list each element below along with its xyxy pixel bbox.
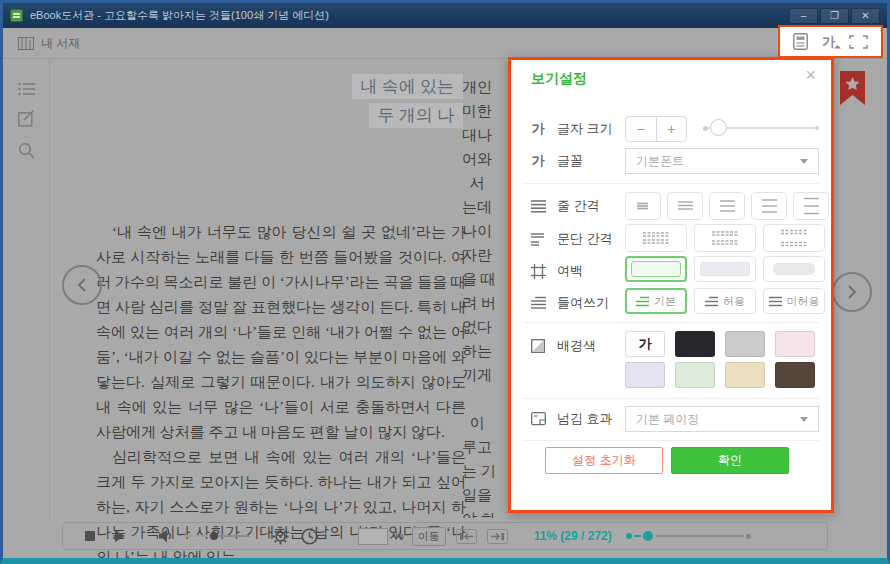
- top-toolbar: 내 서재: [3, 28, 887, 59]
- divider: [523, 440, 819, 441]
- bg-color-swatch-7[interactable]: [725, 362, 765, 388]
- margin-option-1-selected[interactable]: [625, 256, 687, 282]
- margin-row-label: 여백: [529, 262, 583, 280]
- right-column-line: [462, 387, 508, 411]
- app-window: eBook도서관 - 고요할수록 밝아지는 것들(100쇄 기념 에디션) – …: [0, 0, 890, 564]
- chevron-down-icon: [800, 417, 808, 422]
- indent-disallow-icon: [769, 296, 782, 307]
- bg-color-swatch-8[interactable]: [775, 362, 815, 388]
- line-spacing-option-1[interactable]: [625, 192, 661, 220]
- bg-color-swatch-3[interactable]: [725, 331, 765, 357]
- tts-settings-gear-icon[interactable]: [272, 528, 289, 545]
- line-spacing-option-5[interactable]: [793, 192, 829, 220]
- bg-color-swatch-5[interactable]: [625, 362, 665, 388]
- right-column-line: 루고: [462, 435, 508, 459]
- indent-option-allow[interactable]: 허용: [694, 288, 756, 314]
- line-spacing-option-4[interactable]: [751, 192, 787, 220]
- line-spacing-option-3[interactable]: [709, 192, 745, 220]
- reset-settings-button[interactable]: 설정 초기화: [545, 447, 663, 474]
- right-column-line: 려 버: [462, 291, 508, 315]
- line-spacing-2-icon: [678, 198, 693, 214]
- close-button[interactable]: ✕: [851, 8, 880, 24]
- volume-knob[interactable]: [210, 532, 218, 540]
- paragraph-spacing-option-3[interactable]: [763, 224, 825, 252]
- line-spacing-option-2[interactable]: [667, 192, 703, 220]
- search-icon[interactable]: [18, 142, 35, 159]
- page-body-text: ‘내 속엔 내가 너무도 많아 당신의 쉴 곳 없네’라는 가사로 시작하는 노…: [96, 220, 466, 564]
- progress-track[interactable]: [656, 535, 744, 537]
- minimize-button[interactable]: –: [789, 8, 818, 24]
- font-size-slider-knob[interactable]: [710, 119, 727, 136]
- volume-slider[interactable]: [184, 535, 250, 537]
- progress-slider[interactable]: [626, 531, 752, 542]
- right-column-line: 자란: [462, 243, 508, 267]
- volume-icon[interactable]: [159, 529, 174, 543]
- divider: [523, 322, 819, 323]
- window-title: eBook도서관 - 고요할수록 밝아지는 것들(100쇄 기념 에디션): [30, 8, 329, 23]
- percent-input[interactable]: [358, 528, 388, 545]
- font-size-decrease-button[interactable]: −: [626, 117, 657, 141]
- page-effect-dropdown-value: 기본 페이징: [636, 411, 699, 428]
- margin-icon: [529, 264, 547, 279]
- right-column-line: 끼게: [462, 363, 508, 387]
- right-column-line: 서: [462, 171, 508, 195]
- bg-color-swatch-2[interactable]: [675, 331, 715, 357]
- right-column-line: 개인: [462, 75, 508, 99]
- confirm-button[interactable]: 확인: [671, 447, 789, 474]
- play-icon[interactable]: [115, 530, 125, 542]
- bg-color-swatch-6[interactable]: [675, 362, 715, 388]
- right-column-line: 이: [462, 411, 508, 435]
- font-size-increase-button[interactable]: +: [657, 117, 687, 141]
- right-column-line: 하는: [462, 339, 508, 363]
- titlebar: eBook도서관 - 고요할수록 밝아지는 것들(100쇄 기념 에디션) – …: [3, 3, 887, 28]
- previous-page-button[interactable]: [62, 265, 102, 305]
- line-spacing-icon: [529, 199, 547, 214]
- bookshelf-icon: [18, 37, 34, 50]
- right-column-line: 야 하: [462, 507, 508, 518]
- note-edit-icon[interactable]: [18, 110, 35, 127]
- app-icon: [10, 9, 23, 22]
- bg-color-swatch-4[interactable]: [775, 331, 815, 357]
- right-column-line: 일을: [462, 483, 508, 507]
- margin-preview-3: [773, 263, 815, 275]
- bookmark-icon[interactable]: [838, 70, 867, 107]
- progress-knob[interactable]: [643, 531, 653, 541]
- paragraph-1: ‘내 속엔 내가 너무도 많아 당신의 쉴 곳 없네’라는 가사로 시작하는 노…: [96, 220, 466, 445]
- jump-to-start-icon[interactable]: [456, 529, 477, 544]
- chevron-down-icon: [800, 159, 808, 164]
- indent-option-default-selected[interactable]: 기본: [625, 288, 687, 314]
- indent-icon: [529, 296, 547, 310]
- font-size-slider[interactable]: [703, 118, 819, 138]
- line-spacing-4-icon: [762, 198, 777, 214]
- view-settings-icon[interactable]: [793, 33, 808, 50]
- font-dropdown[interactable]: 기본폰트: [625, 148, 819, 174]
- chevron-right-icon: [846, 285, 858, 299]
- indent-option-disallow[interactable]: 미허용: [763, 288, 825, 314]
- line-spacing-5-icon: [804, 197, 819, 215]
- font-settings-icon[interactable]: 가: [822, 33, 835, 51]
- my-library-button[interactable]: 내 서재: [18, 35, 80, 52]
- table-of-contents-icon[interactable]: [18, 82, 35, 96]
- page-effect-dropdown[interactable]: 기본 페이징: [625, 406, 819, 432]
- stop-icon[interactable]: [85, 531, 95, 541]
- paragraph-spacing-option-2[interactable]: [694, 224, 756, 252]
- bg-color-swatches: 가: [625, 331, 825, 388]
- fullscreen-icon[interactable]: [849, 35, 868, 49]
- indent-allow-icon: [705, 296, 718, 307]
- paragraph-spacing-icon: [529, 232, 547, 246]
- panel-close-icon[interactable]: ×: [805, 66, 816, 84]
- maximize-button[interactable]: ❐: [820, 8, 849, 24]
- bg-color-swatch-1[interactable]: 가: [625, 331, 665, 357]
- timer-clock-icon[interactable]: [301, 528, 318, 545]
- goto-button[interactable]: 이동: [412, 527, 446, 546]
- next-page-button[interactable]: [832, 272, 872, 312]
- margin-option-2[interactable]: [694, 256, 756, 282]
- divider: [523, 183, 819, 184]
- jump-to-end-icon[interactable]: [487, 529, 508, 544]
- paragraph-spacing-option-1[interactable]: [625, 224, 687, 252]
- right-column-line: 미한: [462, 99, 508, 123]
- right-column-line: 어와: [462, 147, 508, 171]
- margin-option-3[interactable]: [763, 256, 825, 282]
- font-size-slider-end-dot: [815, 126, 819, 130]
- right-column-line: 나이: [462, 219, 508, 243]
